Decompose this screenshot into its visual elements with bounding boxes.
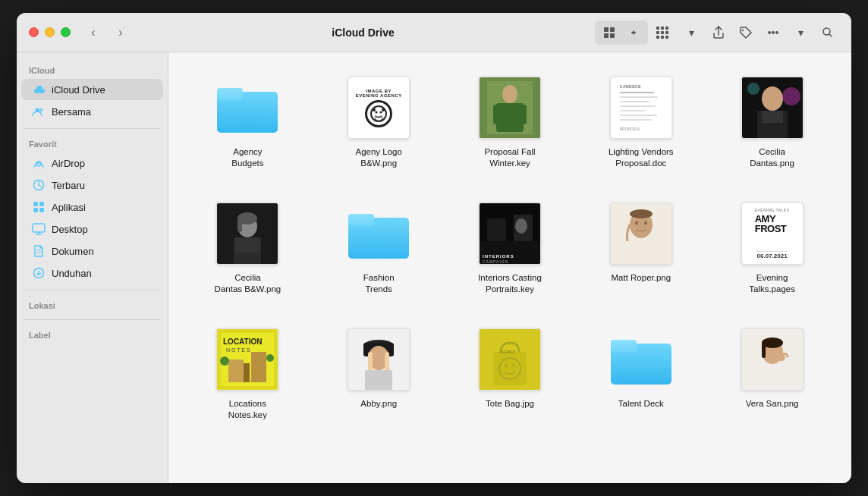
- svg-rect-0: [604, 27, 609, 32]
- file-thumb: [607, 199, 675, 268]
- sidebar-label: Dokumen: [52, 246, 94, 257]
- svg-rect-4: [656, 27, 659, 30]
- svg-rect-37: [516, 105, 527, 124]
- sidebar-item-aplikasi[interactable]: Aplikasi: [21, 196, 163, 218]
- svg-text:LOCATION: LOCATION: [223, 337, 262, 346]
- svg-rect-11: [661, 36, 664, 39]
- file-item-ageny-logo[interactable]: IMAGE BYEVENING AGENCY Ageny LogoB&W.png: [318, 67, 440, 175]
- minimize-button[interactable]: [45, 27, 55, 37]
- file-item-interiors-casting[interactable]: INTERIORS CAMPAIGN Interiors CastingPort…: [449, 193, 571, 301]
- svg-rect-1: [610, 27, 615, 32]
- svg-rect-80: [365, 370, 392, 390]
- back-button[interactable]: ‹: [83, 22, 104, 43]
- svg-point-85: [512, 364, 515, 367]
- sidebar-item-dokumen[interactable]: Dokumen: [21, 240, 163, 262]
- svg-point-39: [762, 86, 783, 111]
- sidebar-item-unduhan[interactable]: Unduhan: [21, 262, 163, 284]
- divider: [24, 128, 160, 129]
- file-name: FashionTrends: [363, 272, 395, 295]
- more-button[interactable]: •••: [762, 22, 785, 43]
- file-item-cecilia-dantas[interactable]: CeciliaDantas.png: [711, 67, 833, 175]
- svg-rect-21: [33, 208, 38, 212]
- svg-rect-2: [604, 33, 609, 38]
- file-item-fashion-trends[interactable]: FashionTrends: [318, 193, 440, 301]
- content-area: iCloud iCloud Drive Bersama: [17, 52, 851, 483]
- file-thumb: [344, 199, 413, 268]
- svg-point-56: [515, 218, 527, 234]
- clock-icon: [32, 178, 46, 192]
- svg-rect-28: [217, 88, 243, 100]
- file-item-talent-deck[interactable]: Talent Deck: [580, 319, 702, 427]
- file-item-agency-budgets[interactable]: AgencyBudgets: [187, 67, 309, 175]
- svg-rect-6: [665, 27, 668, 30]
- file-thumb: [476, 74, 544, 142]
- file-item-matt-roper[interactable]: Matt Roper.png: [580, 193, 702, 301]
- svg-rect-8: [661, 31, 664, 34]
- sidebar-label: Desktop: [52, 224, 88, 235]
- search-button[interactable]: [816, 22, 839, 43]
- grid-view-button[interactable]: [598, 22, 621, 43]
- sidebar-item-terbaru[interactable]: Terbaru: [21, 174, 163, 196]
- fullscreen-button[interactable]: [61, 27, 71, 37]
- file-preview: [216, 202, 278, 265]
- file-item-proposal-fall[interactable]: Proposal FallWinter.key: [449, 67, 571, 175]
- group-sort-button[interactable]: ▾: [680, 22, 703, 43]
- main-content: AgencyBudgets IMAGE BYEVENING AGENCY: [168, 52, 851, 483]
- file-name: CeciliaDantas B&W.png: [215, 272, 281, 295]
- sidebar-label: Terbaru: [52, 180, 85, 191]
- file-name: Matt Roper.png: [611, 272, 671, 284]
- close-button[interactable]: [29, 27, 39, 37]
- forward-button[interactable]: ›: [110, 22, 131, 43]
- file-item-vera-san[interactable]: Vera San.png: [711, 319, 833, 427]
- sort-button[interactable]: [622, 22, 645, 43]
- file-thumb: [213, 199, 281, 268]
- sidebar-item-bersama[interactable]: Bersama: [21, 101, 163, 122]
- file-item-evening-talks[interactable]: EVENING TALKS AMYFROST 06.07.2021 Evenin…: [711, 193, 833, 301]
- file-name: CeciliaDantas.png: [750, 146, 794, 169]
- file-item-tote-bag[interactable]: AGENCY Tote Bag.jpg: [449, 319, 571, 427]
- svg-point-13: [742, 29, 744, 30]
- file-name: Lighting VendorsProposal.doc: [609, 146, 674, 169]
- svg-rect-54: [487, 218, 506, 241]
- sidebar-item-icloud-drive[interactable]: iCloud Drive: [21, 79, 163, 100]
- file-preview: [479, 77, 541, 139]
- svg-rect-51: [348, 214, 374, 226]
- sidebar-section-icloud: iCloud: [17, 61, 168, 78]
- svg-rect-67: [228, 359, 244, 382]
- svg-point-84: [505, 364, 508, 367]
- file-thumb: EVENING TALKS AMYFROST 06.07.2021: [738, 199, 807, 268]
- cloud-icon: [32, 83, 46, 96]
- file-thumb: AGENCY: [476, 325, 544, 394]
- window-title: iCloud Drive: [137, 27, 589, 39]
- group-view-button[interactable]: [653, 22, 675, 43]
- svg-rect-47: [235, 237, 259, 253]
- more-chevron-button[interactable]: ▾: [789, 22, 812, 43]
- airdrop-icon: [32, 156, 46, 170]
- svg-text:CAMPAIGN: CAMPAIGN: [483, 259, 508, 264]
- svg-rect-23: [33, 224, 45, 232]
- file-item-abby[interactable]: Abby.png: [318, 319, 440, 427]
- file-thumb: [344, 325, 413, 394]
- sidebar-item-airdrop[interactable]: AirDrop: [21, 152, 163, 174]
- sidebar: iCloud iCloud Drive Bersama: [17, 52, 168, 483]
- svg-rect-36: [493, 105, 504, 124]
- file-name: EveningTalks.pages: [749, 272, 795, 295]
- sidebar-item-desktop[interactable]: Desktop: [21, 218, 163, 240]
- tag-button[interactable]: [734, 22, 757, 43]
- file-preview: [741, 77, 804, 139]
- file-name: Ageny LogoB&W.png: [356, 146, 402, 169]
- svg-point-63: [644, 221, 647, 224]
- svg-rect-93: [762, 341, 766, 358]
- file-item-lighting-vendors[interactable]: CANDECE PROPOSAL: [580, 67, 702, 175]
- file-item-locations-notes[interactable]: LOCATION N O T E S LocationsNotes.key: [187, 319, 309, 427]
- file-thumb: CANDECE PROPOSAL: [607, 74, 675, 142]
- sidebar-label: AirDrop: [52, 158, 85, 169]
- svg-rect-41: [762, 111, 783, 123]
- file-item-cecilia-bw[interactable]: CeciliaDantas B&W.png: [187, 193, 309, 301]
- file-preview: [348, 328, 410, 391]
- svg-rect-88: [611, 340, 637, 352]
- share-button[interactable]: [707, 22, 730, 43]
- svg-point-42: [782, 87, 800, 105]
- finder-window: ‹ › iCloud Drive: [17, 13, 851, 483]
- file-preview: IMAGE BYEVENING AGENCY: [348, 77, 410, 139]
